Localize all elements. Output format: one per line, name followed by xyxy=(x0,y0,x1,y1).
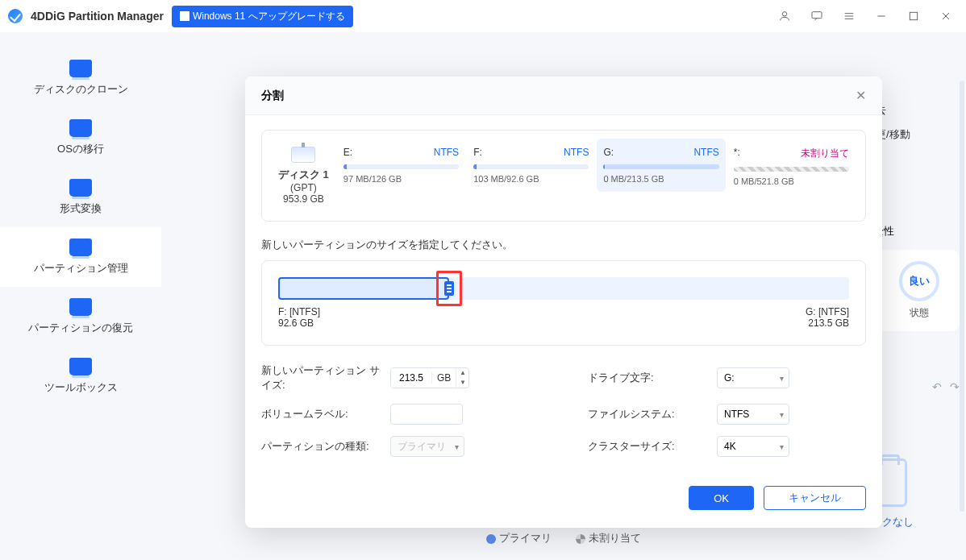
sidebar-item-convert[interactable]: 形式変換 xyxy=(0,168,161,227)
partition-e[interactable]: E:NTFS 97 MB/126 GB xyxy=(344,147,459,184)
partition-type-select: プライマリ xyxy=(390,436,464,457)
partition-type-value: プライマリ xyxy=(398,440,446,454)
sidebar-item-partition-recover[interactable]: パーティションの復元 xyxy=(0,287,161,346)
svg-rect-2 xyxy=(910,12,917,19)
sidebar-item-label: 形式変換 xyxy=(60,201,102,216)
cluster-size-value: 4K xyxy=(724,441,736,452)
minimize-button[interactable] xyxy=(869,4,893,28)
filesystem-label: ファイルシステム: xyxy=(588,407,709,421)
titlebar: 4DDiG Partition Manager Windows 11 へアップグ… xyxy=(0,0,966,32)
disk-capacity: 953.9 GB xyxy=(278,193,329,205)
instruction-text: 新しいパーティションのサイズを指定してください。 xyxy=(261,238,866,252)
part-fs: 未割り当て xyxy=(801,147,849,160)
split-slider-box: F: [NTFS] 92.6 GB G: [NTFS] 213.5 GB xyxy=(261,260,866,346)
new-size-input[interactable]: GB ▲▼ xyxy=(390,367,469,388)
sidebar-item-label: ディスクのクローン xyxy=(34,82,128,97)
partition-icon xyxy=(69,239,92,256)
recover-icon xyxy=(69,298,92,316)
split-handle[interactable] xyxy=(436,271,462,306)
svg-rect-1 xyxy=(812,12,822,19)
disk-scheme: (GPT) xyxy=(278,182,329,193)
modal-footer: OK キャンセル xyxy=(245,471,882,528)
sidebar-item-label: パーティションの復元 xyxy=(28,321,133,335)
part-letter: E: xyxy=(344,147,352,158)
partition-type-label: パーティションの種類: xyxy=(261,439,382,454)
filesystem-select[interactable]: NTFS xyxy=(717,404,789,425)
cancel-button[interactable]: キャンセル xyxy=(764,486,866,510)
upgrade-windows-button[interactable]: Windows 11 へアップグレードする xyxy=(172,6,353,27)
sidebar-item-partition-manage[interactable]: パーティション管理 xyxy=(0,227,161,287)
part-usage-bar xyxy=(473,164,589,169)
cancel-label: キャンセル xyxy=(789,491,841,505)
main-layout: ディスクのクローン OSの移行 形式変換 パーティション管理 パーティションの復… xyxy=(0,32,966,560)
split-track[interactable] xyxy=(278,277,849,300)
clone-icon xyxy=(69,60,92,77)
content-area: ◼OSの移行 ▶データ消去 ◼サイズ変更/移動 ◼拡張/縮小 ▶分割 ▶結合 ィ… xyxy=(161,32,966,560)
sidebar-item-clone[interactable]: ディスクのクローン xyxy=(0,48,161,108)
partition-g[interactable]: G:NTFS 0 MB/213.5 GB xyxy=(597,139,725,192)
size-step-up[interactable]: ▲ xyxy=(456,368,468,378)
grip-icon xyxy=(444,281,454,296)
sidebar-item-label: ツールボックス xyxy=(44,380,118,395)
modal-title: 分割 xyxy=(261,89,284,103)
part-letter: G: xyxy=(603,147,614,158)
split-right-info: G: [NTFS] 213.5 GB xyxy=(806,306,849,329)
split-left-info: F: [NTFS] 92.6 GB xyxy=(278,306,320,329)
filesystem-value: NTFS xyxy=(724,409,749,420)
cluster-size-select[interactable]: 4K xyxy=(717,436,789,457)
part-stat: 97 MB/126 GB xyxy=(344,174,459,184)
size-step-down[interactable]: ▼ xyxy=(456,378,468,388)
disk-icon xyxy=(291,147,315,163)
modal-header: 分割 ✕ xyxy=(245,77,882,115)
part-fs: NTFS xyxy=(434,147,459,158)
drive-letter-select[interactable]: G: xyxy=(717,367,789,388)
ok-button[interactable]: OK xyxy=(689,486,754,510)
toolbox-icon xyxy=(69,358,92,375)
convert-icon xyxy=(69,179,92,197)
part-usage-bar xyxy=(603,164,718,169)
disk-name: ディスク 1 xyxy=(278,168,329,182)
part-stat: 0 MB/213.5 GB xyxy=(603,174,718,184)
close-icon[interactable]: ✕ xyxy=(856,88,866,103)
sidebar-item-label: OSの移行 xyxy=(57,142,104,156)
sidebar-item-toolbox[interactable]: ツールボックス xyxy=(0,346,161,406)
split-right-label: G: [NTFS] xyxy=(806,306,849,317)
new-size-field[interactable] xyxy=(391,368,431,388)
sidebar-item-label: パーティション管理 xyxy=(34,261,128,276)
partition-f[interactable]: F:NTFS 103 MB/92.6 GB xyxy=(473,147,589,184)
feedback-icon[interactable] xyxy=(805,4,829,28)
split-left-label: F: [NTFS] xyxy=(278,306,320,317)
drive-letter-value: G: xyxy=(724,372,735,384)
part-stat: 103 MB/92.6 GB xyxy=(473,174,589,184)
disk-info: ディスク 1 (GPT) 953.9 GB xyxy=(278,147,329,205)
app-title: 4DDiG Partition Manager xyxy=(31,10,164,23)
split-modal: 分割 ✕ ディスク 1 (GPT) 953.9 GB E:NTFS xyxy=(245,77,882,528)
modal-overlay: 分割 ✕ ディスク 1 (GPT) 953.9 GB E:NTFS xyxy=(161,32,966,560)
account-icon[interactable] xyxy=(772,4,797,28)
windows-icon xyxy=(180,11,189,21)
upgrade-windows-label: Windows 11 へアップグレードする xyxy=(193,10,345,23)
parameters-grid: 新しいパーティション サイズ: GB ▲▼ ドライブ文字: G: xyxy=(261,363,866,457)
part-fs: NTFS xyxy=(564,147,589,158)
migrate-icon xyxy=(69,119,92,137)
part-fs: NTFS xyxy=(693,147,718,158)
part-letter: F: xyxy=(473,147,482,158)
part-usage-bar xyxy=(734,167,849,172)
split-left-region xyxy=(278,277,449,300)
part-letter: *: xyxy=(734,147,740,160)
volume-label-input[interactable] xyxy=(390,404,463,425)
disk-summary-card: ディスク 1 (GPT) 953.9 GB E:NTFS 97 MB/126 G… xyxy=(261,130,866,222)
svg-point-0 xyxy=(782,12,786,16)
menu-icon[interactable] xyxy=(837,4,861,28)
close-window-button[interactable] xyxy=(934,4,958,28)
new-size-label: 新しいパーティション サイズ: xyxy=(261,363,382,392)
part-usage-bar xyxy=(344,164,459,169)
sidebar-item-os-migrate[interactable]: OSの移行 xyxy=(0,108,161,168)
ok-label: OK xyxy=(714,492,729,504)
partition-unallocated[interactable]: *:未割り当て 0 MB/521.8 GB xyxy=(734,147,849,186)
split-right-size: 213.5 GB xyxy=(806,317,849,329)
volume-label-label: ボリュームラベル: xyxy=(261,407,382,421)
app-logo xyxy=(8,9,23,23)
part-stat: 0 MB/521.8 GB xyxy=(734,176,849,186)
maximize-button[interactable] xyxy=(901,4,926,28)
